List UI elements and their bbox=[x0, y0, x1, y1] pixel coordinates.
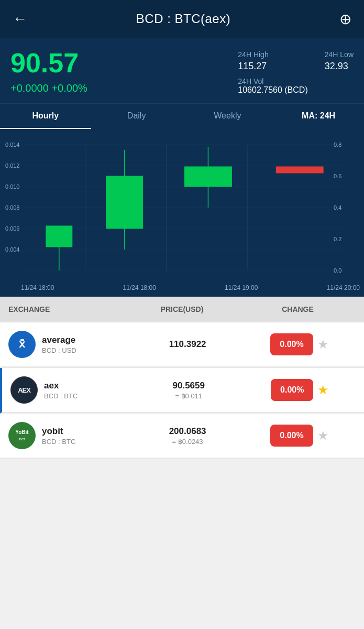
change-button-average[interactable]: 0.00% bbox=[270, 333, 313, 355]
header: ← BCD : BTC(aex) ⊕ bbox=[0, 0, 364, 38]
svg-rect-19 bbox=[46, 226, 72, 247]
price-left: 90.57 +0.0000 +0.00% bbox=[10, 48, 87, 94]
star-icon-aex[interactable]: ★ bbox=[317, 383, 329, 397]
svg-rect-25 bbox=[184, 167, 231, 187]
exchange-list: x̄ average BCD : USD 110.3922 0.00% ★ AE… bbox=[0, 322, 364, 459]
exchange-price-aex: 90.5659 = ฿0.011 bbox=[133, 381, 245, 400]
svg-text:0.014: 0.014 bbox=[5, 142, 19, 148]
svg-text:0.008: 0.008 bbox=[5, 204, 19, 211]
time-label-1: 11/24 18:00 bbox=[21, 284, 54, 291]
price-section: 90.57 +0.0000 +0.00% 24H High 115.27 24H… bbox=[0, 38, 364, 103]
low-value: 32.93 bbox=[325, 61, 354, 72]
exchange-name-average: average bbox=[42, 335, 131, 345]
svg-text:0.0: 0.0 bbox=[334, 267, 341, 274]
main-price: 90.57 bbox=[10, 48, 87, 78]
svg-text:x̄: x̄ bbox=[19, 338, 26, 350]
exchange-info-yobit: yobit BCD : BTC bbox=[42, 426, 131, 446]
svg-rect-22 bbox=[106, 176, 143, 229]
exchange-pair-aex: BCD : BTC bbox=[44, 392, 133, 400]
exchange-change-yobit: 0.00% ★ bbox=[244, 425, 356, 447]
exchange-row-average[interactable]: x̄ average BCD : USD 110.3922 0.00% ★ bbox=[0, 322, 364, 368]
change-button-yobit[interactable]: 0.00% bbox=[270, 425, 313, 447]
svg-text:0.012: 0.012 bbox=[5, 162, 19, 169]
price-main-yobit: 200.0683 bbox=[131, 426, 244, 437]
chart-time-labels: 11/24 18:00 11/24 18:00 11/24 19:00 11/2… bbox=[0, 281, 364, 297]
svg-text:0.010: 0.010 bbox=[5, 183, 19, 190]
vol-stat: 24H Vol 10602.7560 (BCD) bbox=[238, 77, 307, 95]
vol-value: 10602.7560 (BCD) bbox=[238, 85, 307, 95]
high-value: 115.27 bbox=[238, 61, 307, 72]
price-sub-yobit: = ฿0.0243 bbox=[131, 438, 244, 446]
exchange-change-average: 0.00% ★ bbox=[244, 333, 356, 355]
change-button-aex[interactable]: 0.00% bbox=[271, 379, 313, 401]
price-main-aex: 90.5659 bbox=[133, 381, 245, 391]
exchange-info-aex: aex BCD : BTC bbox=[44, 381, 133, 400]
low-label: 24H Low bbox=[325, 50, 354, 59]
exchange-row-aex[interactable]: AEX aex BCD : BTC 90.5659 = ฿0.011 0.00%… bbox=[0, 368, 364, 414]
tabs-bar: Hourly Daily Weekly MA: 24H bbox=[0, 103, 364, 129]
price-change: +0.0000 +0.00% bbox=[10, 82, 87, 94]
exchange-price-average: 110.3922 bbox=[131, 339, 244, 350]
exchange-logo-yobit: YoBitnet bbox=[8, 422, 36, 449]
exchange-name-yobit: yobit bbox=[42, 426, 131, 437]
time-label-3: 11/24 19:00 bbox=[225, 284, 258, 291]
svg-text:0.006: 0.006 bbox=[5, 225, 19, 232]
exchange-pair-average: BCD : USD bbox=[42, 346, 131, 354]
svg-rect-26 bbox=[276, 167, 323, 173]
table-header: EXCHANGE PRICE(USD) CHANGE bbox=[0, 297, 364, 322]
low-stat: 24H Low 32.93 bbox=[325, 50, 354, 72]
candlestick-chart: 0.014 0.012 0.010 0.008 0.006 0.004 0.8 … bbox=[4, 134, 360, 281]
exchange-logo-aex: AEX bbox=[10, 376, 38, 404]
exchange-logo-average: x̄ bbox=[8, 331, 36, 358]
svg-text:0.4: 0.4 bbox=[334, 204, 341, 211]
price-sub-aex: = ฿0.011 bbox=[133, 392, 245, 400]
star-icon-yobit[interactable]: ★ bbox=[317, 428, 329, 443]
chart-svg: 0.014 0.012 0.010 0.008 0.006 0.004 0.8 … bbox=[4, 134, 360, 281]
high-low-stats: 24H High 115.27 24H Vol 10602.7560 (BCD) bbox=[238, 50, 307, 95]
vol-label: 24H Vol bbox=[238, 77, 307, 85]
back-button[interactable]: ← bbox=[13, 10, 27, 27]
time-label-2: 11/24 18:00 bbox=[123, 284, 156, 291]
exchange-change-aex: 0.00% ★ bbox=[245, 379, 356, 401]
col-header-exchange: EXCHANGE bbox=[8, 305, 124, 313]
page-title: BCD : BTC(aex) bbox=[136, 12, 230, 26]
exchange-price-yobit: 200.0683 = ฿0.0243 bbox=[131, 426, 244, 446]
tab-hourly[interactable]: Hourly bbox=[0, 104, 91, 129]
exchange-pair-yobit: BCD : BTC bbox=[42, 438, 131, 446]
alarm-icon[interactable]: ⊕ bbox=[339, 10, 351, 28]
tab-weekly[interactable]: Weekly bbox=[182, 104, 273, 129]
price-stats: 24H High 115.27 24H Vol 10602.7560 (BCD)… bbox=[238, 50, 354, 95]
svg-text:0.8: 0.8 bbox=[334, 142, 341, 148]
high-stat: 24H High 115.27 bbox=[238, 50, 307, 72]
exchange-row-yobit[interactable]: YoBitnet yobit BCD : BTC 200.0683 = ฿0.0… bbox=[0, 414, 364, 459]
chart-section: 0.014 0.012 0.010 0.008 0.006 0.004 0.8 … bbox=[0, 129, 364, 297]
svg-text:0.6: 0.6 bbox=[334, 173, 341, 179]
time-label-4: 11/24 20:00 bbox=[327, 284, 360, 291]
price-main-average: 110.3922 bbox=[131, 339, 244, 350]
col-header-price: PRICE(USD) bbox=[124, 305, 240, 313]
tab-daily[interactable]: Daily bbox=[91, 104, 182, 129]
exchange-name-aex: aex bbox=[44, 381, 133, 391]
col-header-change: CHANGE bbox=[240, 305, 356, 313]
exchange-info-average: average BCD : USD bbox=[42, 335, 131, 354]
low-stat-col: 24H Low 32.93 bbox=[325, 50, 354, 95]
tab-ma[interactable]: MA: 24H bbox=[273, 104, 364, 129]
svg-text:0.2: 0.2 bbox=[334, 236, 341, 242]
high-label: 24H High bbox=[238, 50, 307, 59]
star-icon-average[interactable]: ★ bbox=[317, 337, 329, 352]
svg-text:0.004: 0.004 bbox=[5, 246, 19, 253]
